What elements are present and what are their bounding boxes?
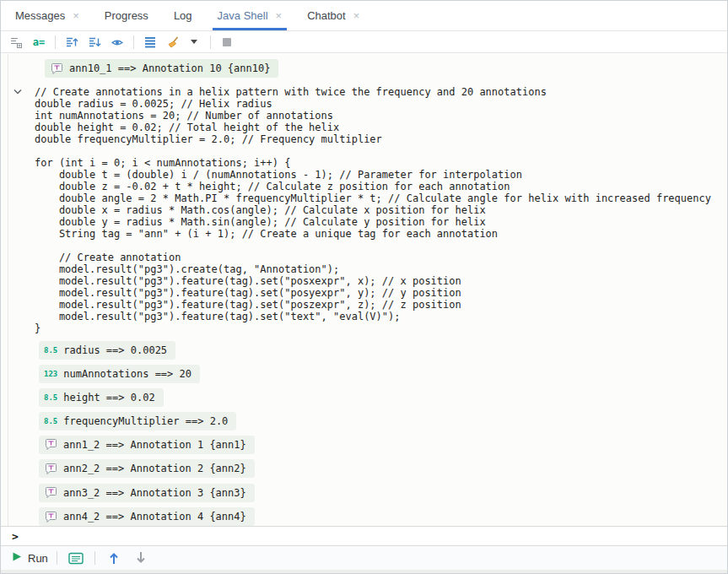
next-command-icon[interactable] (131, 549, 151, 567)
code-line: double t = (double) i / (numAnnotations … (35, 169, 727, 181)
chip-text: frequencyMultiplier ==> 2.0 (63, 415, 228, 427)
tab-label: Chatbot (307, 9, 346, 22)
code-line: double radius = 0.0025; // Helix radius (35, 98, 727, 110)
output-entry: 8.5 frequencyMultiplier ==> 2.0 (39, 412, 727, 430)
lines-icon[interactable] (141, 34, 159, 51)
tab-progress[interactable]: Progress (92, 1, 161, 30)
code-line: model.result("pg3").feature(tag).set("po… (35, 275, 727, 287)
code-line: double x = radius * Math.cos(angle); // … (35, 204, 727, 216)
toolbar-separator (133, 35, 134, 49)
play-icon (12, 550, 22, 566)
dropdown-caret-icon[interactable] (185, 34, 203, 51)
chip-text: ann10_1 ==> Annotation 10 {ann10} (69, 62, 270, 74)
code-line: } (35, 322, 727, 334)
collapse-chevron-icon[interactable] (12, 86, 24, 98)
annotation-icon (44, 463, 57, 475)
tab-bar: Messages × Progress Log Java Shell × Cha… (1, 1, 727, 31)
double-type-icon: 8.5 (44, 346, 57, 355)
result-chip-list: 8.5 radius ==> 0.0025 123 numAnnotations… (39, 341, 727, 527)
result-chip: 8.5 height ==> 0.02 (39, 388, 164, 407)
result-chip: ann1_2 ==> Annotation 1 {ann1} (39, 436, 255, 454)
annotation-icon (44, 511, 57, 523)
annotation-icon (50, 62, 63, 75)
variables-icon[interactable]: a= (30, 34, 48, 51)
scroll-to-bottom-icon[interactable] (85, 34, 104, 51)
run-button-label: Run (28, 552, 48, 565)
previous-command-icon[interactable] (104, 549, 124, 567)
int-type-icon: 123 (44, 370, 57, 378)
code-line: model.result("pg3").feature(tag).set("po… (35, 287, 727, 299)
stop-icon[interactable] (218, 34, 236, 51)
code-line: double z = -0.02 + t * height; // Calcul… (35, 181, 727, 192)
code-line: double height = 0.02; // Total height of… (35, 122, 727, 133)
tab-java-shell[interactable]: Java Shell × (205, 1, 295, 30)
result-chip: ann4_2 ==> Annotation 4 {ann4} (39, 507, 255, 526)
code-block: // Create annotations in a helix pattern… (35, 86, 727, 334)
result-chip: 123 numAnnotations ==> 20 (39, 365, 200, 383)
output-entry: ann10_1 ==> Annotation 10 {ann10} (45, 59, 727, 79)
shell-toolbar: a= (1, 32, 727, 53)
command-input-row[interactable]: > (1, 526, 727, 545)
result-chip: ann3_2 ==> Annotation 3 {ann3} (39, 484, 255, 502)
chip-text: ann3_2 ==> Annotation 3 {ann3} (63, 487, 246, 499)
tab-label: Messages (15, 9, 65, 22)
double-type-icon: 8.5 (44, 417, 57, 425)
output-entry: 123 numAnnotations ==> 20 (39, 365, 727, 383)
close-icon[interactable]: × (353, 10, 360, 21)
code-line: model.result("pg3").feature(tag).set("te… (35, 311, 727, 322)
code-line: model.result("pg3").feature(tag).set("po… (35, 299, 727, 311)
output-entry: 8.5 height ==> 0.02 (39, 388, 727, 407)
insert-lines-icon[interactable] (7, 34, 25, 51)
chip-text: ann2_2 ==> Annotation 2 {ann2} (63, 463, 246, 474)
window-bottom-edge (1, 570, 727, 573)
code-line (35, 145, 727, 157)
output-entry: ann1_2 ==> Annotation 1 {ann1} (39, 436, 727, 455)
code-line: String tag = "ann" + (i + 1); // Create … (35, 228, 727, 240)
code-line (35, 240, 727, 252)
clear-icon[interactable] (164, 34, 182, 51)
code-line: for (int i = 0; i < numAnnotations; i++)… (35, 157, 727, 169)
output-entry: ann3_2 ==> Annotation 3 {ann3} (39, 484, 727, 503)
toolbar-separator (94, 551, 95, 565)
toolbar-separator (55, 35, 56, 49)
output-entry: ann2_2 ==> Annotation 2 {ann2} (39, 459, 727, 479)
result-chip: ann10_1 ==> Annotation 10 {ann10} (45, 59, 278, 78)
console-icon[interactable] (66, 549, 86, 567)
result-chip: 8.5 radius ==> 0.0025 (39, 341, 175, 360)
chip-text: height ==> 0.02 (63, 392, 154, 403)
result-chip: ann2_2 ==> Annotation 2 {ann2} (39, 459, 255, 478)
chip-text: ann4_2 ==> Annotation 4 {ann4} (63, 511, 246, 523)
tab-log[interactable]: Log (161, 1, 205, 30)
tab-label: Progress (105, 9, 148, 22)
bottom-toolbar: Run (1, 545, 727, 570)
gutter-line (8, 54, 8, 526)
code-line: double y = radius * Math.sin(angle); // … (35, 216, 727, 228)
toolbar-separator (210, 35, 211, 49)
shell-output-area: ann10_1 ==> Annotation 10 {ann10} // Cre… (1, 54, 727, 526)
code-line: double angle = 2 * Math.PI * frequencyMu… (35, 192, 727, 204)
output-entry: ann4_2 ==> Annotation 4 {ann4} (39, 507, 727, 526)
double-type-icon: 8.5 (44, 393, 57, 402)
tab-label: Java Shell (218, 9, 268, 22)
java-shell-panel: Messages × Progress Log Java Shell × Cha… (0, 0, 728, 574)
run-button[interactable]: Run (12, 550, 48, 566)
code-line: // Create annotation (35, 252, 727, 263)
prompt-glyph: > (12, 530, 19, 543)
tab-messages[interactable]: Messages × (3, 1, 92, 30)
chip-text: numAnnotations ==> 20 (63, 368, 191, 380)
toolbar-separator (57, 551, 57, 565)
code-line: model.result("pg3").create(tag, "Annotat… (35, 263, 727, 275)
code-line: // Create annotations in a helix pattern… (35, 86, 727, 98)
eye-icon[interactable] (108, 34, 127, 51)
result-chip: 8.5 frequencyMultiplier ==> 2.0 (39, 412, 236, 430)
output-entry: 8.5 radius ==> 0.0025 (39, 341, 727, 360)
code-line: double frequencyMultiplier = 2.0; // Fre… (35, 133, 727, 145)
code-line: int numAnnotations = 20; // Number of an… (35, 110, 727, 122)
tab-label: Log (174, 9, 192, 22)
close-icon[interactable]: × (73, 10, 79, 21)
tab-chatbot[interactable]: Chatbot × (294, 1, 372, 30)
chip-text: ann1_2 ==> Annotation 1 {ann1} (63, 439, 246, 451)
scroll-to-top-icon[interactable] (62, 34, 81, 51)
close-icon[interactable]: × (276, 10, 283, 21)
chip-text: radius ==> 0.0025 (63, 344, 167, 356)
